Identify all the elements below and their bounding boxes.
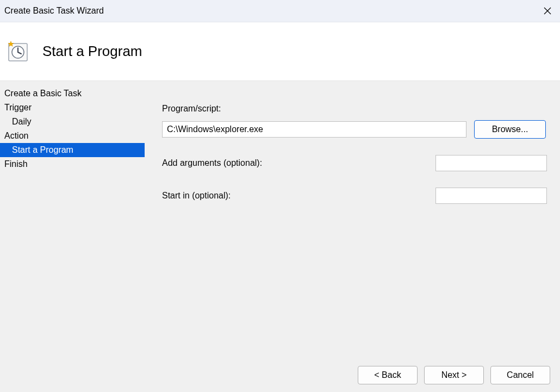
program-script-label: Program/script: <box>162 104 547 114</box>
cancel-button[interactable]: Cancel <box>490 366 550 384</box>
step-action[interactable]: Action <box>0 129 145 143</box>
form-area: Program/script: Browse... Add arguments … <box>145 81 560 392</box>
browse-button[interactable]: Browse... <box>474 120 546 139</box>
substep-daily[interactable]: Daily <box>0 115 145 129</box>
step-trigger[interactable]: Trigger <box>0 101 145 115</box>
program-script-input[interactable] <box>162 121 466 138</box>
back-button[interactable]: < Back <box>358 366 418 384</box>
window-title: Create Basic Task Wizard <box>4 6 104 16</box>
wizard-footer: < Back Next > Cancel <box>358 366 550 384</box>
wizard-steps-sidebar: Create a Basic Task Trigger Daily Action… <box>0 81 145 392</box>
page-title: Start a Program <box>42 43 142 60</box>
start-in-label: Start in (optional): <box>162 191 231 201</box>
close-icon <box>544 7 551 15</box>
titlebar: Create Basic Task Wizard <box>0 0 560 22</box>
wizard-header: Start a Program <box>0 22 560 81</box>
add-arguments-label: Add arguments (optional): <box>162 158 262 168</box>
start-in-input[interactable] <box>435 188 547 204</box>
step-finish[interactable]: Finish <box>0 157 145 171</box>
add-arguments-input[interactable] <box>435 155 547 171</box>
step-create-basic-task[interactable]: Create a Basic Task <box>0 86 145 101</box>
wizard-body: Create a Basic Task Trigger Daily Action… <box>0 81 560 392</box>
task-scheduler-icon <box>7 40 29 63</box>
next-button[interactable]: Next > <box>424 366 484 384</box>
substep-start-a-program[interactable]: Start a Program <box>0 143 145 157</box>
close-button[interactable] <box>535 0 560 22</box>
